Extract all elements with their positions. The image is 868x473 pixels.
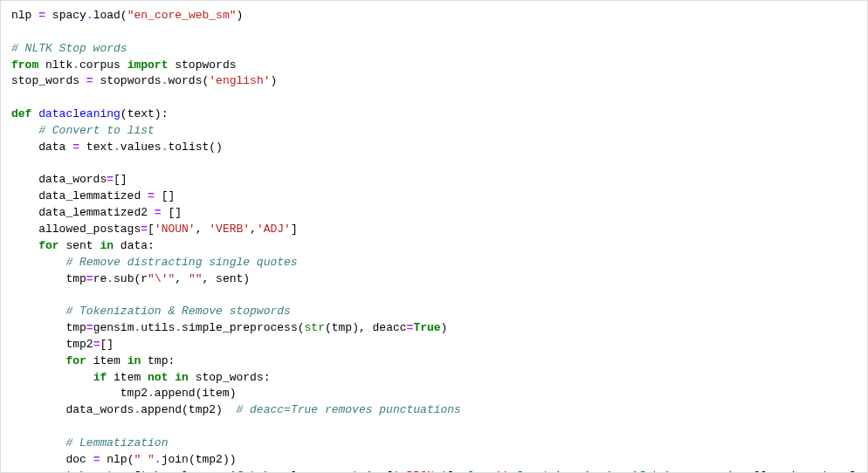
code-token: # Lemmatization: [65, 436, 168, 449]
code-token: ]: [291, 223, 298, 236]
code-token: simple_preprocess(: [182, 321, 304, 334]
code-token: # Tokenization & Remove stopwords: [65, 305, 290, 318]
code-token: corpus: [79, 58, 127, 72]
code-token: tmp:: [141, 354, 175, 367]
code-token: .: [155, 453, 162, 466]
code-token: [11, 436, 65, 449]
code-token: '': [495, 470, 509, 473]
code-token: doc: [11, 453, 93, 466]
code-token: [488, 470, 495, 473]
code-line: if item not in stop_words:: [11, 370, 857, 387]
code-token: True: [413, 321, 440, 334]
code-token: .: [284, 470, 291, 473]
code-line: tmp2.append(item): [11, 386, 857, 402]
code-block: nlp = spacy.load("en_core_web_sm") # NLT…: [11, 8, 857, 473]
code-token: (text):: [121, 107, 169, 120]
code-token: def: [11, 107, 31, 120]
code-line: # Tokenization & Remove stopwords: [11, 304, 857, 320]
code-token: [359, 470, 366, 473]
code-token: .: [86, 9, 93, 22]
code-token: ]: [447, 470, 461, 473]
code-token: for: [65, 354, 86, 367]
code-token: =: [148, 189, 155, 202]
code-token: [11, 371, 93, 384]
code-token: =: [86, 321, 93, 334]
code-token: nlp: [11, 9, 38, 22]
code-line: tmp=gensim.utils.simple_preprocess(str(t…: [11, 320, 857, 337]
code-token: in: [175, 371, 189, 384]
code-token: data:: [114, 239, 155, 252]
code-token: ,: [196, 223, 210, 236]
code-token: .: [114, 141, 121, 154]
code-token: tmp: [11, 272, 86, 285]
code-token: allowed_postags: [11, 223, 141, 236]
code-line: for sent in data:: [11, 238, 857, 255]
code-token: stop_words: [11, 74, 86, 87]
code-token: in: [127, 354, 141, 367]
code-token: token_tmp: [11, 470, 127, 473]
code-token: if: [631, 470, 645, 473]
code-token: [token: [134, 470, 175, 473]
code-line: data_lemmatized = []: [11, 189, 857, 205]
code-line: data_lemmatized2 = []: [11, 205, 857, 222]
code-token: utils: [141, 321, 175, 334]
code-token: (tmp), deacc: [325, 321, 407, 334]
code-line: [11, 90, 857, 106]
code-token: [11, 354, 65, 367]
code-token: for: [515, 470, 535, 473]
code-token: sub(r: [114, 272, 148, 285]
code-token: 'VERB': [209, 223, 250, 236]
code-token: [: [379, 470, 393, 473]
code-line: allowed_postags=['NOUN', 'VERB','ADJ']: [11, 222, 857, 238]
code-token: lemma_: [291, 470, 339, 473]
code-line: doc = nlp(" ".join(tmp2)): [11, 452, 857, 469]
code-line: data_words=[]: [11, 172, 857, 189]
code-token: =: [107, 173, 114, 186]
code-token: data_words: [11, 173, 107, 186]
code-token: nlp(: [100, 453, 134, 466]
code-line: for item in tmp:: [11, 353, 857, 370]
code-token: tolist(): [168, 141, 222, 154]
code-token: 'ADJ': [257, 223, 291, 236]
code-token: # Convert to list: [38, 124, 155, 137]
code-line: [11, 156, 857, 173]
code-token: []: [114, 173, 127, 186]
code-token: data: [11, 141, 72, 154]
code-token: in: [727, 470, 741, 473]
code-token: .: [107, 272, 114, 285]
code-token: load(: [93, 9, 127, 22]
code-token: datacleaning: [38, 107, 121, 120]
code-token: str: [305, 321, 325, 334]
code-token: =: [86, 74, 93, 87]
code-token: in: [100, 239, 114, 252]
code-line: stop_words = stopwords.words('english'): [11, 73, 857, 90]
code-token: .: [175, 470, 182, 473]
code-token: =: [141, 223, 148, 236]
code-token: []: [162, 206, 182, 219]
code-line: token_tmp=[token.lemma_ if token.lemma_ …: [11, 469, 857, 473]
code-token: not: [148, 371, 168, 384]
code-token: =: [72, 141, 79, 154]
code-token: append(tmp2): [141, 403, 236, 416]
code-token: in: [366, 470, 380, 473]
code-token: lemma_: [182, 470, 230, 473]
code-line: # NLTK Stop words: [11, 41, 857, 58]
code-token: # NLTK Stop words: [11, 42, 127, 55]
code-token: text: [79, 141, 114, 154]
code-token: spacy: [45, 9, 86, 22]
code-token: ): [237, 9, 244, 22]
code-line: def datacleaning(text):: [11, 106, 857, 123]
code-token: item: [107, 371, 148, 384]
code-token: words(: [168, 74, 209, 87]
code-token: []: [155, 189, 175, 202]
code-token: =: [38, 9, 45, 22]
code-token: ): [271, 74, 278, 87]
code-line: nlp = spacy.load("en_core_web_sm"): [11, 8, 857, 24]
code-token: '-PRON-': [393, 470, 447, 473]
code-token: values: [121, 141, 162, 154]
code-token: =: [86, 272, 93, 285]
code-token: for: [38, 239, 59, 252]
code-token: from: [11, 58, 38, 72]
code-token: 'english': [209, 74, 270, 87]
code-line: data = text.values.tolist(): [11, 140, 857, 156]
